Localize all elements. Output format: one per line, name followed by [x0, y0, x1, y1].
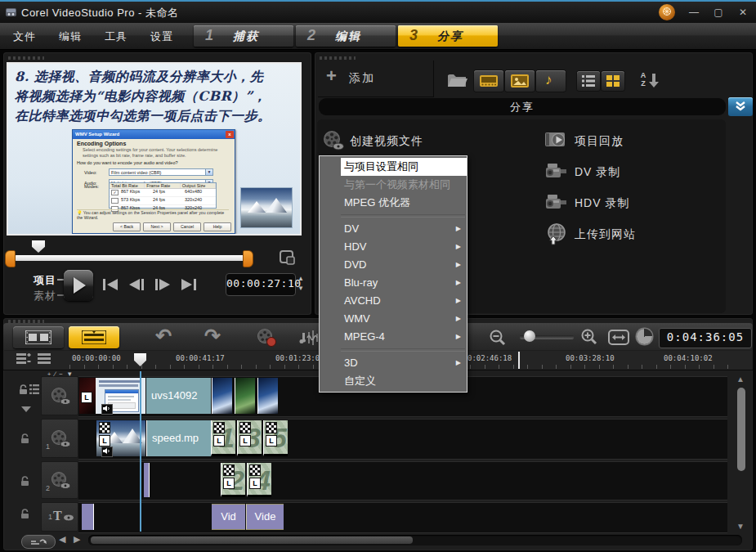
title-clip[interactable]: Vide: [246, 504, 284, 530]
project-duration-clock-icon[interactable]: [637, 329, 652, 344]
lock-track-icon[interactable]: [18, 384, 29, 395]
filter-video-button[interactable]: [474, 70, 503, 92]
menu-item-11[interactable]: 自定义: [320, 372, 467, 390]
menu-item-3[interactable]: DV▶: [320, 220, 467, 238]
thumbnail-view-button[interactable]: [602, 71, 624, 91]
menu-item-6[interactable]: Blu-ray▶: [320, 274, 467, 292]
menu-item-8[interactable]: WMV▶: [320, 310, 467, 328]
menubar-item-3[interactable]: 设置: [139, 23, 185, 44]
share-option-project-playback[interactable]: 项目回放: [544, 129, 749, 154]
title-small-clip[interactable]: [82, 504, 94, 530]
record-capture-button[interactable]: [255, 327, 278, 348]
title-track-header[interactable]: 1 T: [41, 502, 78, 532]
video-clip-thumb-blue[interactable]: [257, 378, 278, 414]
project-mode-label[interactable]: 项目: [34, 273, 56, 288]
scroll-right-icon[interactable]: ▶: [74, 534, 80, 545]
menu-item-4[interactable]: HDV▶: [320, 238, 467, 256]
lock-track-icon[interactable]: [20, 509, 30, 519]
corel-guide-icon[interactable]: [659, 4, 675, 20]
filter-audio-button[interactable]: ♪: [536, 70, 566, 92]
countdown-clip-thumb[interactable]: 5L: [263, 420, 288, 456]
sort-button[interactable]: A Z: [639, 70, 660, 92]
scroll-left-icon[interactable]: ◀: [59, 534, 65, 545]
track-list-icon[interactable]: [38, 353, 52, 366]
countdown-clip-thumb[interactable]: 3L: [237, 420, 262, 456]
fit-project-button[interactable]: [608, 330, 629, 345]
redo-button[interactable]: ↷: [204, 325, 221, 347]
collapse-tracks-caret-icon[interactable]: [21, 406, 31, 412]
scroll-down-icon[interactable]: ▼: [736, 522, 745, 531]
undo-button[interactable]: ↶: [155, 325, 172, 347]
checkbox-icon[interactable]: [111, 198, 119, 204]
zoom-in-button[interactable]: [580, 328, 598, 346]
menu-item-9[interactable]: MPEG-4▶: [320, 328, 467, 346]
video-clip-thumb-blue[interactable]: [212, 378, 232, 414]
menu-item-0[interactable]: 与项目设置相同: [320, 158, 467, 176]
menu-item-10[interactable]: 3D▶: [320, 354, 467, 372]
menubar-item-2[interactable]: 工具: [93, 23, 139, 44]
title-clip[interactable]: Vid: [212, 504, 245, 530]
tab-step-1[interactable]: 1捕获: [194, 25, 293, 47]
video-track-header[interactable]: [41, 376, 78, 415]
create-video-file-item[interactable]: 创建视频文件: [322, 129, 518, 152]
countdown-clip-thumb[interactable]: 1L: [211, 420, 235, 456]
filter-photo-button[interactable]: [505, 70, 535, 92]
menu-item-2[interactable]: MPEG 优化器: [320, 194, 467, 212]
countdown-clip-thumb[interactable]: 2L: [221, 463, 245, 497]
overlay-track-1-header[interactable]: 1: [41, 419, 78, 458]
scroll-up-icon[interactable]: ▲: [736, 375, 745, 384]
video-clip-uvs[interactable]: uvs14092: [146, 378, 211, 414]
timeline-view-button[interactable]: [69, 326, 119, 348]
preview-timecode[interactable]: 00:00:27:10: [226, 273, 296, 296]
close-button[interactable]: ✕: [732, 5, 754, 20]
sound-mixer-button[interactable]: [299, 327, 320, 348]
lock-track-icon[interactable]: [20, 433, 30, 444]
title-track-lane[interactable]: [78, 502, 727, 533]
timecode-down-icon[interactable]: ▼: [297, 285, 304, 292]
horizontal-scrollbar-thumb[interactable]: [91, 536, 413, 544]
preview-seek-bar[interactable]: [14, 255, 247, 261]
overlay-clip-speed[interactable]: speed.mp: [146, 420, 212, 456]
ripple-edit-all-icon[interactable]: [29, 384, 39, 394]
previous-frame-button[interactable]: [126, 278, 147, 291]
ripple-edit-button[interactable]: [21, 535, 56, 549]
browse-folder-icon[interactable]: [446, 70, 469, 90]
timeline-duration-timecode[interactable]: 0:04:36:05: [659, 328, 752, 348]
trim-start-handle[interactable]: [5, 250, 16, 267]
go-to-end-button[interactable]: [178, 278, 199, 291]
share-option-upload-web[interactable]: 上传到网站: [544, 222, 749, 247]
menubar-item-1[interactable]: 编辑: [47, 23, 93, 44]
tab-step-2[interactable]: 2编辑: [296, 25, 396, 47]
vertical-scrollbar-thumb[interactable]: [737, 388, 745, 471]
minimize-button[interactable]: —: [683, 5, 705, 20]
share-option-dv-record[interactable]: DV 录制: [544, 160, 749, 185]
menubar-item-0[interactable]: 文件: [2, 23, 47, 44]
video-clip-thumb-green[interactable]: [235, 378, 255, 414]
expand-panel-button[interactable]: [728, 97, 753, 116]
track-manager-icon[interactable]: [16, 353, 31, 366]
menu-item-7[interactable]: AVCHD▶: [320, 292, 467, 310]
maximize-button[interactable]: ▢: [708, 5, 729, 20]
next-frame-button[interactable]: [152, 278, 173, 291]
menu-item-5[interactable]: DVD▶: [320, 256, 467, 274]
lock-track-icon[interactable]: [20, 476, 30, 487]
add-button[interactable]: + 添加: [318, 61, 434, 97]
go-to-start-button[interactable]: [100, 278, 121, 291]
checkbox-icon[interactable]: ✓: [111, 190, 119, 195]
enlarge-preview-icon[interactable]: [278, 249, 297, 267]
list-view-button[interactable]: [577, 71, 600, 91]
zoom-out-button[interactable]: [489, 329, 507, 347]
storyboard-view-button[interactable]: [13, 326, 64, 348]
trim-end-handle[interactable]: [243, 250, 253, 267]
countdown-clip-thumb[interactable]: 4L: [247, 463, 271, 497]
menu-item-1[interactable]: 与第一个视频素材相同: [320, 176, 467, 194]
tab-step-3[interactable]: 3分享: [398, 25, 498, 47]
overlay-track-2-lane[interactable]: [78, 461, 727, 500]
clip-mode-label[interactable]: 素材: [34, 289, 56, 303]
overlay2-small-clip[interactable]: [144, 463, 150, 497]
timecode-up-icon[interactable]: ▲: [297, 276, 304, 282]
share-option-hdv-record[interactable]: HDV 录制: [544, 191, 749, 216]
zoom-slider-thumb[interactable]: [524, 330, 535, 342]
overlay-track-2-header[interactable]: 2: [41, 461, 78, 499]
play-button[interactable]: [64, 270, 93, 301]
